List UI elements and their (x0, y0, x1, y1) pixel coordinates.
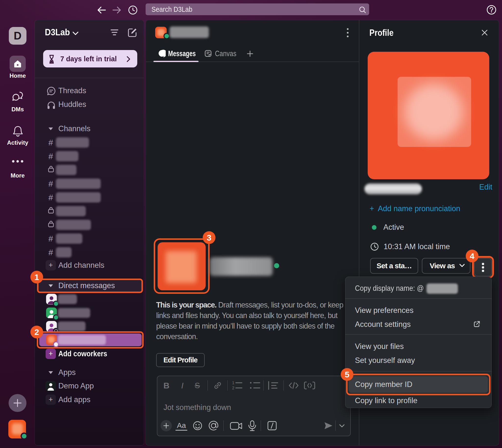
svg-text:2: 2 (232, 386, 234, 390)
svg-text:1: 1 (232, 381, 234, 385)
